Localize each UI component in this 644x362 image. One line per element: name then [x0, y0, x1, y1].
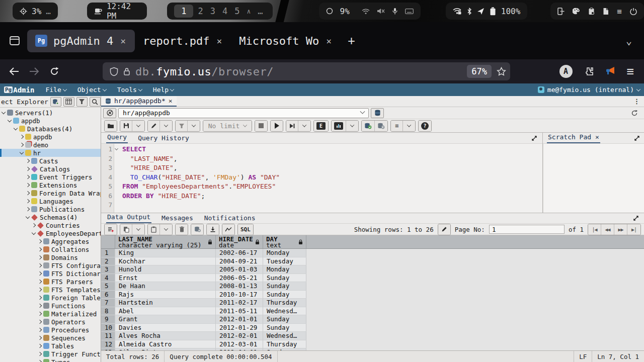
close-tab-icon[interactable]: × [216, 36, 223, 46]
rollback-button[interactable] [375, 121, 387, 131]
tree-item-foreign-tables[interactable]: Foreign Tables [0, 294, 101, 302]
row-number[interactable]: 12 [101, 340, 115, 349]
tree-item-countries[interactable]: Countries [0, 221, 101, 229]
extensions-puzzle-icon[interactable] [584, 66, 594, 76]
table-cell[interactable]: 2011-02-17 [216, 299, 263, 307]
close-scratch-pad-icon[interactable]: × [595, 133, 599, 141]
tree-item-fts-dictionaries[interactable]: FTS Dictionaries [0, 269, 101, 278]
chevron-right-icon[interactable] [38, 272, 42, 276]
table-cell[interactable]: Sunday [263, 315, 306, 324]
explain-analyze-button[interactable] [332, 121, 346, 131]
chevron-down-icon[interactable] [20, 150, 24, 154]
table-cell[interactable]: 2012-02-01 [216, 332, 263, 340]
edit-range-button[interactable] [438, 224, 450, 235]
tree-item-functions[interactable]: Functions [0, 302, 101, 310]
close-query-tab-icon[interactable]: × [169, 97, 173, 105]
clipboard-icon[interactable] [588, 8, 595, 15]
table-row[interactable]: 6Rajs2010-10-17Sunday [101, 291, 644, 299]
table-cell[interactable]: Alves Rocha [115, 332, 216, 340]
tab-pgadmin[interactable]: Pg pgAdmin 4 × [27, 30, 135, 52]
status-tray-right[interactable]: 100% [446, 3, 528, 20]
row-number[interactable]: 2 [101, 257, 115, 266]
chevron-right-icon[interactable] [38, 288, 42, 292]
sql-line[interactable] [122, 201, 542, 211]
chevron-down-icon[interactable] [26, 215, 30, 219]
chevron-right-icon[interactable] [38, 360, 42, 362]
filter-options-caret[interactable] [188, 121, 200, 131]
column-header-last_name[interactable]: LAST_NAMEcharacter varying (25) [115, 235, 216, 248]
tab-microsoft-word[interactable]: Microsoft Wo × [231, 30, 341, 52]
tree-item-types[interactable]: Types [0, 358, 101, 362]
chevron-up-icon[interactable]: ∧ [244, 8, 253, 15]
table-row[interactable]: 1King2002-06-17Monday [101, 249, 644, 257]
tree-item-fts-parsers[interactable]: FTS Parsers [0, 278, 101, 286]
shield-icon[interactable] [110, 67, 118, 76]
column-header-hire_date[interactable]: HIRE_DATEdate [216, 235, 263, 248]
tab-notifications[interactable]: Notifications [203, 213, 257, 223]
table-row[interactable]: 2Kochhar2004-09-21Tuesday [101, 257, 644, 266]
table-cell[interactable]: Sunday [263, 274, 306, 283]
chevron-right-icon[interactable] [38, 352, 42, 356]
new-connection-button[interactable] [371, 108, 384, 118]
logout-door-icon[interactable] [557, 8, 565, 15]
tab-data-output[interactable]: Data Output [106, 212, 151, 223]
bookmark-star-icon[interactable] [497, 67, 506, 76]
table-cell[interactable]: Almeida Castro [115, 340, 216, 349]
table-cell[interactable]: 2006-05-21 [216, 274, 263, 283]
execute-options-button[interactable] [286, 121, 298, 131]
zoom-level-button[interactable]: 67% [467, 65, 492, 78]
row-number[interactable]: 9 [101, 315, 115, 324]
save-button[interactable] [120, 121, 132, 131]
workspace-more[interactable]: … [255, 6, 265, 16]
url-bar[interactable]: db.fymio.us/browser/ 67% [103, 62, 510, 80]
row-number[interactable]: 5 [101, 282, 115, 291]
table-cell[interactable]: Davies [115, 324, 216, 332]
row-number[interactable]: 3 [101, 265, 115, 274]
paste-options-caret[interactable] [160, 224, 172, 235]
explain-button[interactable]: E [314, 121, 328, 131]
sql-line[interactable]: "HIRE_DATE", [122, 164, 542, 173]
back-button[interactable] [6, 63, 22, 79]
tab-report-pdf[interactable]: report.pdf × [135, 30, 231, 52]
tab-query[interactable]: Query [106, 132, 128, 143]
chevron-right-icon[interactable] [38, 312, 42, 316]
workspace-5[interactable]: 5 [232, 6, 242, 16]
chevron-right-icon[interactable] [38, 344, 42, 348]
megaphone-extension-icon[interactable] [605, 66, 616, 76]
row-number[interactable]: 8 [101, 307, 115, 316]
new-tab-button[interactable]: + [348, 34, 355, 48]
paste-button[interactable] [148, 224, 160, 235]
workspace-1[interactable]: 1 [174, 5, 193, 18]
table-row[interactable]: 12Almeida Castro2012-03-01Thursday [101, 340, 644, 349]
chevron-right-icon[interactable] [26, 167, 30, 171]
menu-help[interactable]: Help [153, 86, 174, 94]
table-cell[interactable]: Sunday [263, 324, 306, 332]
close-tab-icon[interactable]: × [119, 36, 127, 46]
status-tray-left[interactable]: 9% [319, 3, 421, 20]
menu-lines-icon[interactable]: ≡ [617, 7, 622, 16]
chevron-right-icon[interactable] [38, 255, 42, 259]
forward-button[interactable] [26, 63, 42, 79]
cancel-query-button[interactable] [255, 121, 267, 131]
table-row[interactable]: 9Grant2012-01-01Sunday [101, 315, 644, 324]
chevron-down-icon[interactable] [14, 126, 18, 130]
chevron-right-icon[interactable] [32, 223, 36, 227]
table-cell[interactable]: Wednesd… [263, 307, 306, 316]
sql-line[interactable]: TO_CHAR("HIRE_DATE", 'FMDay') AS "DAY" [122, 173, 542, 183]
chevron-down-icon[interactable] [8, 118, 12, 122]
table-cell[interactable]: Hartstein [115, 299, 216, 307]
tree-item-fts-configurations[interactable]: FTS Configurations [0, 261, 101, 269]
table-cell[interactable]: Abel [115, 307, 216, 316]
table-cell[interactable]: Wednesd… [263, 332, 306, 340]
table-cell[interactable]: 2002-06-17 [216, 249, 263, 257]
tree-item-tables[interactable]: Tables [0, 342, 101, 350]
expand-scratch-pad-icon[interactable] [634, 135, 640, 141]
table-cell[interactable]: Sunday [263, 282, 306, 291]
table-cell[interactable]: Ernst [115, 274, 216, 283]
table-row[interactable]: 11Alves Rocha2012-02-01Wednesd… [101, 332, 644, 340]
table-row[interactable]: 4Ernst2006-05-21Sunday [101, 274, 644, 283]
row-number[interactable]: 1 [101, 249, 115, 257]
table-cell[interactable]: 2012-03-01 [216, 340, 263, 349]
power-icon[interactable] [630, 8, 637, 15]
menu-object[interactable]: Object [77, 86, 106, 94]
